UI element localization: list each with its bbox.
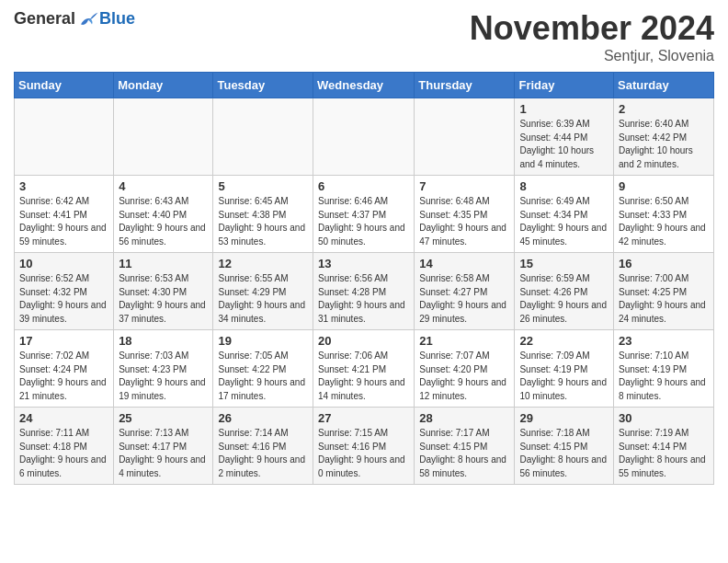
header-friday: Friday — [515, 73, 614, 98]
day-info: Sunrise: 6:42 AM Sunset: 4:41 PM Dayligh… — [19, 195, 108, 248]
calendar-cell: 1Sunrise: 6:39 AM Sunset: 4:44 PM Daylig… — [515, 98, 614, 176]
day-info: Sunrise: 6:49 AM Sunset: 4:34 PM Dayligh… — [519, 195, 609, 248]
calendar-cell — [15, 98, 114, 176]
calendar-cell: 17Sunrise: 7:02 AM Sunset: 4:24 PM Dayli… — [15, 330, 114, 408]
calendar-cell: 9Sunrise: 6:50 AM Sunset: 4:33 PM Daylig… — [614, 176, 714, 253]
day-number: 24 — [19, 411, 108, 425]
calendar-cell: 6Sunrise: 6:46 AM Sunset: 4:37 PM Daylig… — [313, 176, 415, 253]
calendar-cell: 21Sunrise: 7:07 AM Sunset: 4:20 PM Dayli… — [415, 330, 515, 408]
calendar-cell: 22Sunrise: 7:09 AM Sunset: 4:19 PM Dayli… — [515, 330, 614, 408]
day-number: 1 — [519, 102, 609, 116]
day-number: 23 — [619, 334, 709, 348]
calendar-cell: 29Sunrise: 7:18 AM Sunset: 4:15 PM Dayli… — [515, 408, 614, 485]
day-number: 8 — [519, 179, 609, 193]
header-wednesday: Wednesday — [313, 73, 415, 98]
day-info: Sunrise: 6:52 AM Sunset: 4:32 PM Dayligh… — [19, 272, 108, 326]
calendar-cell: 8Sunrise: 6:49 AM Sunset: 4:34 PM Daylig… — [515, 176, 614, 253]
day-info: Sunrise: 6:55 AM Sunset: 4:29 PM Dayligh… — [218, 272, 308, 326]
day-info: Sunrise: 7:10 AM Sunset: 4:19 PM Dayligh… — [619, 350, 709, 403]
day-number: 7 — [419, 179, 509, 193]
day-info: Sunrise: 7:15 AM Sunset: 4:16 PM Dayligh… — [318, 427, 409, 480]
day-number: 21 — [419, 334, 509, 348]
calendar-cell: 12Sunrise: 6:55 AM Sunset: 4:29 PM Dayli… — [213, 253, 313, 330]
day-number: 15 — [519, 257, 609, 270]
header-tuesday: Tuesday — [213, 73, 313, 98]
logo-text: General Blue — [14, 9, 135, 29]
day-info: Sunrise: 7:17 AM Sunset: 4:15 PM Dayligh… — [419, 427, 509, 480]
calendar-week-row: 24Sunrise: 7:11 AM Sunset: 4:18 PM Dayli… — [15, 408, 714, 485]
day-number: 16 — [619, 257, 709, 270]
day-info: Sunrise: 6:43 AM Sunset: 4:40 PM Dayligh… — [119, 195, 208, 248]
day-info: Sunrise: 7:11 AM Sunset: 4:18 PM Dayligh… — [19, 427, 108, 480]
day-info: Sunrise: 7:00 AM Sunset: 4:25 PM Dayligh… — [619, 272, 709, 326]
month-title: November 2024 — [470, 9, 714, 48]
header: General Blue November 2024 Sentjur, Slov… — [14, 9, 714, 64]
day-info: Sunrise: 7:02 AM Sunset: 4:24 PM Dayligh… — [19, 350, 108, 403]
day-info: Sunrise: 7:07 AM Sunset: 4:20 PM Dayligh… — [419, 350, 509, 403]
day-number: 30 — [619, 411, 709, 425]
day-info: Sunrise: 6:53 AM Sunset: 4:30 PM Dayligh… — [119, 272, 208, 326]
day-headers-row: Sunday Monday Tuesday Wednesday Thursday… — [15, 73, 714, 98]
day-info: Sunrise: 7:03 AM Sunset: 4:23 PM Dayligh… — [119, 350, 208, 403]
day-number: 9 — [619, 179, 709, 193]
calendar-cell: 27Sunrise: 7:15 AM Sunset: 4:16 PM Dayli… — [313, 408, 415, 485]
calendar-cell — [415, 98, 515, 176]
calendar-cell: 13Sunrise: 6:56 AM Sunset: 4:28 PM Dayli… — [313, 253, 415, 330]
location: Sentjur, Slovenia — [470, 48, 714, 64]
calendar-cell: 16Sunrise: 7:00 AM Sunset: 4:25 PM Dayli… — [614, 253, 714, 330]
logo-blue: Blue — [99, 9, 135, 29]
day-info: Sunrise: 6:39 AM Sunset: 4:44 PM Dayligh… — [519, 118, 609, 171]
day-info: Sunrise: 7:09 AM Sunset: 4:19 PM Dayligh… — [519, 350, 609, 403]
calendar-cell: 19Sunrise: 7:05 AM Sunset: 4:22 PM Dayli… — [213, 330, 313, 408]
calendar-cell — [114, 98, 213, 176]
calendar-week-row: 10Sunrise: 6:52 AM Sunset: 4:32 PM Dayli… — [15, 253, 714, 330]
calendar-cell: 25Sunrise: 7:13 AM Sunset: 4:17 PM Dayli… — [114, 408, 213, 485]
day-info: Sunrise: 7:05 AM Sunset: 4:22 PM Dayligh… — [218, 350, 308, 403]
calendar-cell: 23Sunrise: 7:10 AM Sunset: 4:19 PM Dayli… — [614, 330, 714, 408]
calendar-header: Sunday Monday Tuesday Wednesday Thursday… — [15, 73, 714, 98]
calendar-cell: 4Sunrise: 6:43 AM Sunset: 4:40 PM Daylig… — [114, 176, 213, 253]
calendar-cell: 24Sunrise: 7:11 AM Sunset: 4:18 PM Dayli… — [15, 408, 114, 485]
day-info: Sunrise: 6:50 AM Sunset: 4:33 PM Dayligh… — [619, 195, 709, 248]
day-info: Sunrise: 6:46 AM Sunset: 4:37 PM Dayligh… — [318, 195, 409, 248]
calendar-table: Sunday Monday Tuesday Wednesday Thursday… — [14, 72, 714, 485]
calendar-cell — [313, 98, 415, 176]
day-info: Sunrise: 7:13 AM Sunset: 4:17 PM Dayligh… — [119, 427, 208, 480]
day-info: Sunrise: 7:18 AM Sunset: 4:15 PM Dayligh… — [519, 427, 609, 480]
day-info: Sunrise: 6:45 AM Sunset: 4:38 PM Dayligh… — [218, 195, 308, 248]
day-number: 2 — [619, 102, 709, 116]
header-saturday: Saturday — [614, 73, 714, 98]
calendar-body: 1Sunrise: 6:39 AM Sunset: 4:44 PM Daylig… — [15, 98, 714, 485]
day-number: 18 — [119, 334, 208, 348]
day-number: 28 — [419, 411, 509, 425]
calendar-cell: 14Sunrise: 6:58 AM Sunset: 4:27 PM Dayli… — [415, 253, 515, 330]
calendar-week-row: 1Sunrise: 6:39 AM Sunset: 4:44 PM Daylig… — [15, 98, 714, 176]
calendar-cell: 3Sunrise: 6:42 AM Sunset: 4:41 PM Daylig… — [15, 176, 114, 253]
day-number: 27 — [318, 411, 409, 425]
calendar-cell: 15Sunrise: 6:59 AM Sunset: 4:26 PM Dayli… — [515, 253, 614, 330]
header-sunday: Sunday — [15, 73, 114, 98]
calendar-cell: 10Sunrise: 6:52 AM Sunset: 4:32 PM Dayli… — [15, 253, 114, 330]
day-number: 19 — [218, 334, 308, 348]
calendar-cell: 11Sunrise: 6:53 AM Sunset: 4:30 PM Dayli… — [114, 253, 213, 330]
calendar-cell: 18Sunrise: 7:03 AM Sunset: 4:23 PM Dayli… — [114, 330, 213, 408]
day-info: Sunrise: 6:40 AM Sunset: 4:42 PM Dayligh… — [619, 118, 709, 171]
logo-bird-icon — [77, 10, 99, 29]
day-number: 29 — [519, 411, 609, 425]
calendar-cell: 26Sunrise: 7:14 AM Sunset: 4:16 PM Dayli… — [213, 408, 313, 485]
calendar-cell: 28Sunrise: 7:17 AM Sunset: 4:15 PM Dayli… — [415, 408, 515, 485]
day-number: 20 — [318, 334, 409, 348]
day-number: 3 — [19, 179, 108, 193]
logo: General Blue — [14, 9, 135, 29]
day-info: Sunrise: 6:58 AM Sunset: 4:27 PM Dayligh… — [419, 272, 509, 326]
header-monday: Monday — [114, 73, 213, 98]
day-number: 17 — [19, 334, 108, 348]
calendar-cell: 2Sunrise: 6:40 AM Sunset: 4:42 PM Daylig… — [614, 98, 714, 176]
calendar-cell — [213, 98, 313, 176]
day-number: 6 — [318, 179, 409, 193]
day-number: 5 — [218, 179, 308, 193]
day-number: 4 — [119, 179, 208, 193]
day-number: 12 — [218, 257, 308, 270]
day-info: Sunrise: 6:59 AM Sunset: 4:26 PM Dayligh… — [519, 272, 609, 326]
day-number: 10 — [19, 257, 108, 270]
